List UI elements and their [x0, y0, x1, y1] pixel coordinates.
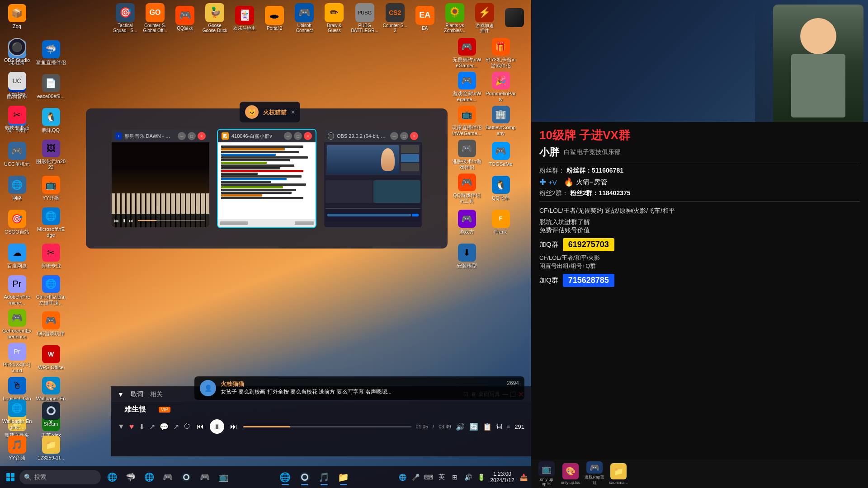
icon-jianying-pro[interactable]: ✂ 剪映专业版: [0, 102, 34, 136]
taskbar-icon-game[interactable]: 🎮: [197, 469, 213, 485]
icon-pr-learning[interactable]: Pr PR2023学习\n.txt: [0, 341, 34, 375]
tray-sound[interactable]: 🔊: [462, 472, 473, 483]
tray-mic[interactable]: 🎤: [410, 472, 421, 483]
icon-wechangenb[interactable]: 🎮 无畏契约\nWeGamer...: [450, 36, 484, 70]
progress-bar[interactable]: [243, 426, 411, 427]
play-pause-btn[interactable]: ⏸: [210, 419, 224, 434]
icon-zqq[interactable]: 📦 Zqq: [0, 0, 34, 34]
download-btn[interactable]: ⬇: [139, 422, 145, 431]
icon-frank[interactable]: F Frank: [484, 206, 518, 239]
app-counter-strike-2[interactable]: CS2 Counter-S...2: [381, 2, 410, 34]
taskbar-search[interactable]: 🔍 搜索: [19, 470, 101, 484]
tray-only-up-lsl[interactable]: 📺 only up up.lsl: [536, 461, 557, 486]
minimize-btn2[interactable]: ─: [284, 132, 292, 140]
icon-qq[interactable]: 🐧 腾讯QQ: [34, 104, 68, 138]
icon-eace00ef[interactable]: 📄 eace00ef9...: [34, 70, 68, 104]
icon-graphics[interactable]: 🖼 图形化元\n2023: [34, 138, 68, 172]
icon-wallpaper[interactable]: 🌐 Wallpaper Engine:...: [0, 398, 34, 432]
icon-ctrl-find[interactable]: 🌐 Ctrl+和应版\n左键手速...: [34, 273, 68, 307]
taskbar-wallpaper[interactable]: 🌐: [276, 468, 294, 486]
lyrics-tab[interactable]: 歌词: [131, 390, 143, 399]
taskbar-icon-browser[interactable]: 🌐: [104, 469, 120, 485]
icon-yy-broadcast[interactable]: 📺 YY开播: [34, 172, 68, 206]
icon-game-square[interactable]: 🎮 游戏方: [450, 206, 484, 239]
playlist-btn[interactable]: 📋: [483, 422, 492, 431]
timer-btn[interactable]: ⏱: [184, 422, 191, 431]
tray-only-up-lss[interactable]: 🎨 only up.lss: [560, 461, 581, 486]
repeat-btn[interactable]: 🔄: [469, 422, 478, 431]
taskbar-icon-steam[interactable]: [178, 469, 194, 485]
icon-yy-wegame[interactable]: 📺 玩家直播伴侣\nWeGame...: [450, 104, 484, 138]
app-draw-guess[interactable]: ✏ Draw & Guess: [320, 2, 349, 34]
alttab-window-obs[interactable]: ⚫ OBS 29.0.2 (64-bit, windows) - 配置文件:未命…: [323, 129, 423, 228]
icon-csgo-station[interactable]: 🎯 CSGO台站: [0, 206, 34, 239]
tray-battery[interactable]: 🔋: [476, 472, 486, 483]
icon-battle-company[interactable]: 🏢 Battle\nCompany: [484, 104, 518, 138]
taskbar-icon-yy[interactable]: 📺: [215, 469, 231, 485]
app-tactical-squad[interactable]: 🎯 TacticalSquad - S...: [111, 2, 140, 34]
volume-btn[interactable]: 🔊: [456, 422, 465, 431]
app-goose-goose-duck[interactable]: 🦆 GooseGoose Duck: [200, 2, 229, 34]
tray-notifications[interactable]: 📥: [518, 472, 529, 483]
icon-baidu-cloud[interactable]: ☁ 百度网盘: [0, 239, 34, 273]
icon-obs-studio[interactable]: ⚫ OBS Studio: [0, 34, 34, 68]
alttab-window-music[interactable]: ♪ 酷狗音乐 DAWN - 难生恨 ─ □ × ⏮ ⏸ ⏭: [111, 129, 210, 228]
app-ea[interactable]: EA EA: [410, 2, 439, 34]
icon-game-tech[interactable]: 🎮 逃脱技术\n游戏伴侣: [450, 138, 484, 172]
minimize-btn3[interactable]: ─: [390, 132, 398, 140]
taskbar-icon-edge[interactable]: 🌐: [141, 469, 157, 485]
next-btn[interactable]: ⏭: [229, 421, 239, 432]
icon-yy-audio[interactable]: 🎵 YY音频: [0, 432, 34, 465]
share-btn[interactable]: ↗: [149, 422, 155, 431]
icon-togsame[interactable]: 🎮 TOGSaMe: [484, 138, 518, 172]
icon-adobe-premiere[interactable]: Pr Adobe\nPremiere...: [0, 273, 34, 307]
icon-5173-gift[interactable]: 🎁 5173礼卡台\n游戏伴侣: [484, 36, 518, 70]
taskbar-file[interactable]: 📁: [335, 468, 353, 486]
icon-ucc-single[interactable]: 🎮 UCC单机元: [0, 138, 34, 172]
app-happy-landlord[interactable]: 🃏 欢乐斗地主: [230, 2, 259, 34]
icon-uca-log[interactable]: UC uca.log: [0, 68, 34, 102]
app-speed-plugin[interactable]: ⚡ 游戏加速插件: [470, 2, 499, 34]
comment-btn[interactable]: 💬: [160, 422, 169, 431]
system-clock[interactable]: 1:23:00 2024/1/12: [489, 471, 516, 483]
icon-file-123259[interactable]: 📁 123259-1f...: [34, 432, 68, 465]
icon-geforce[interactable]: 🎮 GeForce\nExperience: [0, 307, 34, 341]
taskbar-icon-shark[interactable]: 🦈: [123, 469, 139, 485]
tray-input-method[interactable]: 英: [436, 472, 447, 483]
tray-keyboard[interactable]: ⌨: [423, 472, 434, 483]
taskbar-steam-app[interactable]: [296, 468, 314, 486]
icon-steam[interactable]: Steam: [34, 398, 68, 432]
icon-wps[interactable]: W WPS Office: [34, 341, 68, 375]
dropdown-arrow[interactable]: ▼: [118, 391, 124, 398]
tray-layout[interactable]: ⊞: [449, 472, 460, 483]
maximize-btn[interactable]: □: [188, 132, 196, 140]
icon-pommell-party[interactable]: 🎉 Pommel\nParty: [484, 70, 518, 104]
like-btn[interactable]: ♥: [129, 422, 134, 432]
maximize-btn3[interactable]: □: [400, 132, 408, 140]
app-portal2[interactable]: 🕳 Portal 2: [260, 2, 289, 34]
close-btn3[interactable]: ×: [410, 132, 418, 140]
icon-network[interactable]: 🌐 网络: [0, 172, 34, 206]
icon-qq-gamebuddy2[interactable]: 🎮 QQ游戏伴侣\n工具: [450, 172, 484, 206]
icon-game-mgr[interactable]: 🎮 游戏管家\nWegame...: [450, 70, 484, 104]
notif-close-btn[interactable]: ×: [291, 108, 295, 116]
tray-rap-basketball[interactable]: 🎮 逃脱Rap蓝球: [584, 461, 605, 486]
related-tab[interactable]: 相关: [150, 390, 163, 399]
app-qq-game[interactable]: 🎮 QQ游戏: [170, 2, 199, 34]
app-ubisoft[interactable]: 🎮 UbisoftConnect: [290, 2, 319, 34]
icon-edge[interactable]: 🌐 Microsoft\nEdge: [34, 206, 68, 239]
external-btn[interactable]: ↗: [173, 422, 179, 431]
app-unknown1[interactable]: [500, 2, 529, 34]
icon-qqfly[interactable]: 🐧 QQ飞车: [484, 172, 518, 206]
app-counter-strike-global[interactable]: GO Counter-S.Global Off...: [141, 2, 170, 34]
dropdown-toggle[interactable]: ▼: [118, 422, 125, 431]
maximize-btn2[interactable]: □: [294, 132, 302, 140]
prev-btn[interactable]: ⏮: [195, 421, 205, 432]
app-pubg[interactable]: PUBG PUBGBATTLEGR...: [349, 2, 379, 34]
start-button[interactable]: [2, 469, 19, 485]
taskbar-yy-audio[interactable]: 🎵: [315, 468, 333, 486]
icon-jianying[interactable]: ✂ 剪辑专业: [34, 239, 68, 273]
icon-9-download[interactable]: ⬇ 安装模型: [450, 239, 484, 273]
icon-qq-game-buddy[interactable]: 🎮 QQ游戏玩伴: [34, 307, 68, 341]
close-btn2[interactable]: ×: [304, 132, 312, 140]
